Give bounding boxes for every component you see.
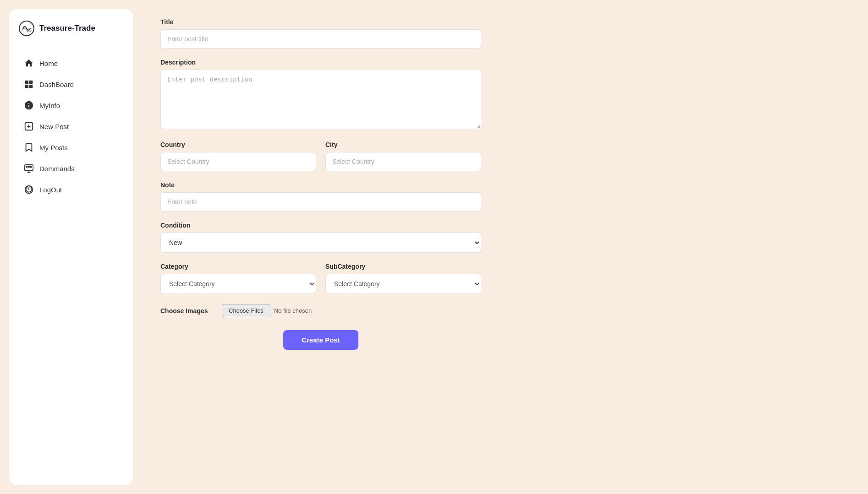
description-input[interactable] xyxy=(160,70,481,129)
note-label: Note xyxy=(160,181,481,189)
condition-select[interactable]: New Used Refurbished xyxy=(160,233,481,253)
sidebar-label-logout: LogOut xyxy=(39,186,62,194)
svg-point-11 xyxy=(28,166,30,168)
description-group: Description xyxy=(160,59,481,131)
note-input[interactable] xyxy=(160,192,481,212)
category-select[interactable]: Select Category xyxy=(160,274,316,294)
location-row: Country City xyxy=(160,141,481,181)
city-label: City xyxy=(325,141,481,148)
category-row: Category Select Category SubCategory Sel… xyxy=(160,263,481,304)
sidebar-label-home: Home xyxy=(39,60,58,67)
sidebar-nav: Home DashBoard MyInfo xyxy=(18,54,124,199)
choose-files-button[interactable]: Choose Files xyxy=(222,304,270,317)
dashboard-icon xyxy=(24,79,34,89)
demmands-icon xyxy=(24,163,34,174)
choose-images-label: Choose Images xyxy=(160,307,215,315)
home-icon xyxy=(24,58,34,68)
sidebar-item-demmands[interactable]: Demmands xyxy=(18,159,124,178)
country-input[interactable] xyxy=(160,152,316,171)
sidebar-label-myinfo: MyInfo xyxy=(39,102,60,109)
country-label: Country xyxy=(160,141,316,148)
sidebar-logo: Treasure-Trade xyxy=(18,20,124,46)
city-input[interactable] xyxy=(325,152,481,171)
subcategory-select[interactable]: Select Category xyxy=(325,274,481,294)
title-input[interactable] xyxy=(160,29,481,49)
form-container: Title Description Country City Note xyxy=(160,18,481,350)
sidebar-label-dashboard: DashBoard xyxy=(39,81,74,88)
condition-group: Condition New Used Refurbished xyxy=(160,222,481,253)
file-upload-row: Choose Images Choose Files No file chose… xyxy=(160,304,481,317)
sidebar-label-newpost: New Post xyxy=(39,123,69,130)
myposts-icon xyxy=(24,142,34,152)
no-file-text: No file chosen xyxy=(274,307,312,314)
svg-rect-3 xyxy=(25,85,28,88)
svg-point-12 xyxy=(30,166,32,168)
file-input-wrapper: Choose Files No file chosen xyxy=(222,304,312,317)
svg-rect-2 xyxy=(29,81,33,84)
sidebar-item-logout[interactable]: LogOut xyxy=(18,180,124,199)
sidebar-item-dashboard[interactable]: DashBoard xyxy=(18,75,124,94)
category-group: Category Select Category xyxy=(160,263,316,294)
country-group: Country xyxy=(160,141,316,171)
sidebar-item-newpost[interactable]: New Post xyxy=(18,117,124,136)
category-label: Category xyxy=(160,263,316,270)
sidebar-item-home[interactable]: Home xyxy=(18,54,124,73)
sidebar: Treasure-Trade Home DashBoard xyxy=(9,9,133,485)
newpost-icon xyxy=(24,121,34,131)
title-group: Title xyxy=(160,18,481,49)
svg-rect-4 xyxy=(29,85,33,88)
logo-icon xyxy=(18,20,35,37)
create-post-button[interactable]: Create Post xyxy=(283,330,358,350)
sidebar-label-myposts: My Posts xyxy=(39,144,68,152)
condition-label: Condition xyxy=(160,222,481,229)
create-post-wrapper: Create Post xyxy=(160,330,481,350)
info-icon xyxy=(24,100,34,110)
sidebar-label-demmands: Demmands xyxy=(39,165,75,173)
title-label: Title xyxy=(160,18,481,26)
sidebar-item-myinfo[interactable]: MyInfo xyxy=(18,96,124,115)
description-label: Description xyxy=(160,59,481,66)
note-group: Note xyxy=(160,181,481,212)
sidebar-item-myposts[interactable]: My Posts xyxy=(18,138,124,157)
subcategory-group: SubCategory Select Category xyxy=(325,263,481,294)
svg-point-10 xyxy=(26,166,27,168)
app-name: Treasure-Trade xyxy=(39,24,95,33)
main-content: Title Description Country City Note xyxy=(142,0,868,494)
subcategory-label: SubCategory xyxy=(325,263,481,270)
svg-rect-1 xyxy=(25,81,28,84)
logout-icon xyxy=(24,185,34,195)
city-group: City xyxy=(325,141,481,171)
